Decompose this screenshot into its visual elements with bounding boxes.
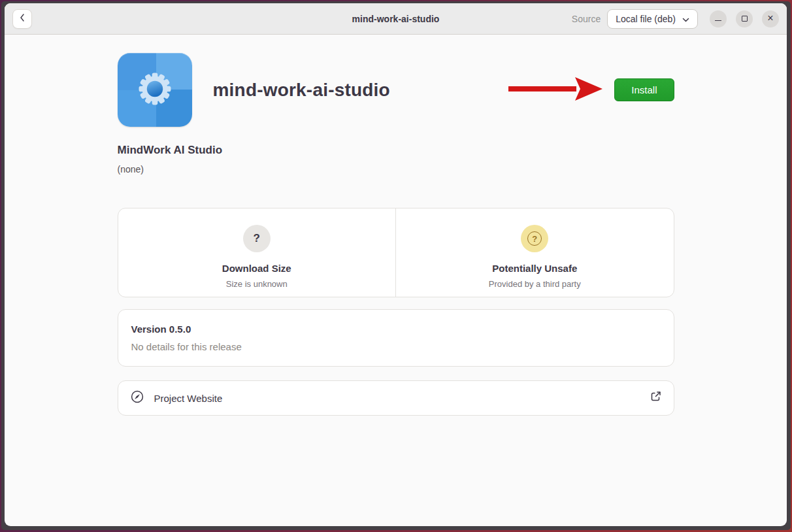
source-dropdown[interactable]: Local file (deb) [607,9,698,29]
app-display-name: MindWork AI Studio [118,144,674,157]
content-area: mind-work-ai-studio Install MindWork AI … [5,35,787,526]
back-button[interactable] [12,9,32,29]
app-header-row: mind-work-ai-studio Install [118,53,674,127]
tile-title: Download Size [222,263,291,274]
chevron-left-icon [18,13,26,25]
app-title: mind-work-ai-studio [213,80,390,101]
install-button[interactable]: Install [614,78,674,101]
window-controls: × [710,10,779,27]
project-website-label: Project Website [154,393,223,404]
maximize-button[interactable] [736,10,753,27]
red-arrow-annotation [507,76,604,104]
tile-download-size[interactable]: ? Download Size Size is unknown [118,208,396,297]
external-link-icon [649,390,662,406]
maximize-icon [742,16,748,22]
question-mark-circled-icon: ? [521,225,548,252]
source-label: Source [572,14,601,24]
tile-subtitle: Size is unknown [226,279,288,289]
project-website-row[interactable]: Project Website [118,380,674,416]
app-window: mind-work-ai-studio Source Local file (d… [5,3,787,526]
app-origin: (none) [118,164,674,175]
tile-potentially-unsafe[interactable]: ? Potentially Unsafe Provided by a third… [395,208,674,297]
app-icon [118,53,192,127]
version-subtitle: No details for this release [131,341,661,352]
close-icon: × [767,13,773,24]
context-tiles-card: ? Download Size Size is unknown ? Potent… [118,208,674,297]
minimize-button[interactable] [710,10,727,27]
version-title: Version 0.5.0 [131,324,661,335]
compass-icon [130,390,144,407]
minimize-icon [715,20,721,21]
tile-title: Potentially Unsafe [492,263,577,274]
source-dropdown-value: Local file (deb) [616,14,676,24]
headerbar: mind-work-ai-studio Source Local file (d… [5,3,787,35]
tile-subtitle: Provided by a third party [489,279,581,289]
gear-icon [128,62,182,118]
chevron-down-icon [682,14,689,24]
close-button[interactable]: × [762,10,779,27]
question-mark-icon: ? [243,225,271,252]
version-card: Version 0.5.0 No details for this releas… [118,309,674,367]
